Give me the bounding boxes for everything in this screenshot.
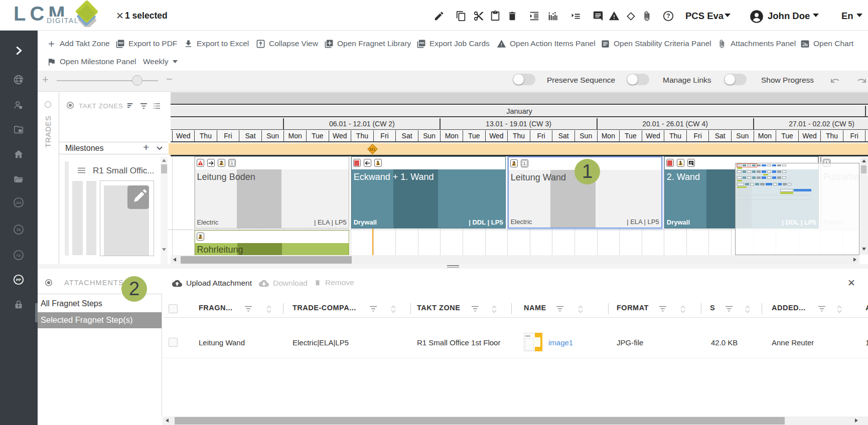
svg-text:M1: M1: [370, 147, 376, 152]
svg-text:PDF: PDF: [118, 42, 123, 45]
svg-text:PP: PP: [16, 278, 21, 282]
svg-text:?: ?: [666, 13, 670, 20]
svg-text:TZI: TZI: [17, 254, 21, 257]
svg-text:OPA: OPA: [16, 201, 22, 204]
svg-text:TA: TA: [17, 228, 21, 232]
svg-text:PDF: PDF: [419, 42, 424, 45]
